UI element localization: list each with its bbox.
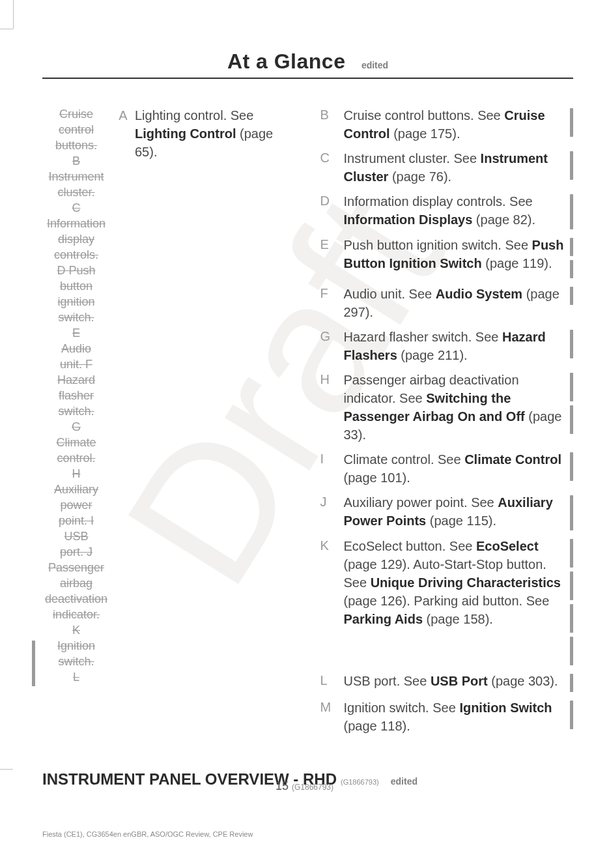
change-bar-group <box>565 192 573 229</box>
deleted-line: indicator. <box>37 607 115 622</box>
left-column: Cruisecontrolbuttons.BInstrumentcluster.… <box>42 106 296 742</box>
change-bar-group <box>565 450 573 481</box>
list-item: JAuxiliary power point. See Auxiliary Po… <box>320 493 574 530</box>
change-bar <box>570 571 573 600</box>
list-text: Cruise control buttons. See Cruise Contr… <box>344 106 566 143</box>
page-title: At a Glance <box>227 50 346 73</box>
list-text: EcoSelect button. See EcoSelect (page 12… <box>344 537 566 628</box>
list-label: B <box>320 106 344 123</box>
deleted-line: cluster. <box>37 184 115 200</box>
list-item: MIgnition switch. See Ignition Switch (p… <box>320 699 574 735</box>
list-item: IClimate control. See Climate Control (p… <box>320 450 574 487</box>
change-bar <box>570 287 573 305</box>
list-text: Instrument cluster. See Instrument Clust… <box>344 149 566 186</box>
change-bar <box>570 151 573 180</box>
header-rule <box>42 78 573 79</box>
deleted-line: flasher <box>37 388 115 403</box>
edited-badge: edited <box>361 60 388 70</box>
list-label: E <box>320 236 344 252</box>
list-text: Push button ignition switch. See Push Bu… <box>344 236 566 272</box>
deleted-line: C <box>37 200 115 216</box>
change-bar-group <box>565 537 573 665</box>
deleted-line: E <box>37 325 115 341</box>
list-text: Auxiliary power point. See Auxiliary Pow… <box>344 493 566 530</box>
list-label: J <box>320 493 344 510</box>
list-item: HPassenger airbag deactivation indicator… <box>320 371 574 444</box>
deleted-line: Climate <box>37 435 115 450</box>
change-bar-group <box>565 236 573 278</box>
list-text: Climate control. See Climate Control (pa… <box>344 450 566 487</box>
list-item: DInformation display controls. See Infor… <box>320 192 574 229</box>
deleted-line: buttons. <box>37 137 115 153</box>
deleted-line: power <box>37 497 115 513</box>
change-bar <box>570 604 573 633</box>
list-label: K <box>320 537 344 553</box>
change-bar <box>570 108 573 137</box>
change-bar <box>570 495 573 530</box>
deleted-line: Cruise <box>37 106 115 122</box>
footer-meta: Fiesta (CE1), CG3654en enGBR, ASO/OGC Re… <box>42 830 253 838</box>
deleted-line: Hazard <box>37 372 115 388</box>
change-bar-group <box>565 672 573 692</box>
list-label: I <box>320 450 344 467</box>
deleted-line: ignition <box>37 294 115 310</box>
change-bar <box>570 674 573 692</box>
list-label: L <box>320 672 344 688</box>
list-item: CInstrument cluster. See Instrument Clus… <box>320 149 574 186</box>
list-label: M <box>320 699 344 715</box>
page-header: At a Glance edited <box>42 0 573 79</box>
list-item: KEcoSelect button. See EcoSelect (page 1… <box>320 537 574 665</box>
deleted-line: switch. <box>37 654 115 669</box>
deleted-line: button <box>37 278 115 294</box>
change-bar <box>570 405 573 434</box>
deleted-line: B <box>37 153 115 169</box>
deleted-line: Information <box>37 216 115 231</box>
deleted-line: Audio <box>37 341 115 356</box>
list-label: F <box>320 285 344 301</box>
list-text: Lighting control. See Lighting Control (… <box>135 106 296 161</box>
deleted-line: Auxiliary <box>37 482 115 497</box>
deleted-line: Ignition <box>37 638 115 654</box>
deleted-line: USB <box>37 528 115 544</box>
list-item: EPush button ignition switch. See Push B… <box>320 236 574 278</box>
list-item: LUSB port. See USB Port (page 303). <box>320 672 574 692</box>
list-item: BCruise control buttons. See Cruise Cont… <box>320 106 574 143</box>
list-text: Passenger airbag deactivation indicator.… <box>344 371 566 444</box>
deleted-line: switch. <box>37 310 115 325</box>
deleted-line: airbag <box>37 575 115 591</box>
change-bar-group <box>565 149 573 180</box>
change-bar-group <box>565 285 573 305</box>
list-text: Information display controls. See Inform… <box>344 192 566 229</box>
deleted-line: G <box>37 419 115 435</box>
change-bar <box>570 452 573 481</box>
deleted-line: point. I <box>37 513 115 528</box>
change-bar <box>570 373 573 401</box>
list-text: USB port. See USB Port (page 303). <box>344 672 566 690</box>
deleted-line: Passenger <box>37 560 115 575</box>
change-bar <box>570 539 573 568</box>
list-text: Audio unit. See Audio System (page 297). <box>344 285 566 321</box>
change-bar <box>570 701 573 729</box>
deleted-line: deactivation <box>37 591 115 607</box>
change-bar <box>32 641 35 686</box>
change-bar <box>570 194 573 229</box>
change-bar-group <box>565 699 573 729</box>
list-label: G <box>320 328 344 344</box>
list-label: H <box>320 371 344 387</box>
deleted-line: controls. <box>37 247 115 263</box>
change-bar-group <box>565 328 573 358</box>
list-text: Hazard flasher switch. See Hazard Flashe… <box>344 328 566 364</box>
deleted-line: unit. F <box>37 356 115 372</box>
change-bar <box>570 260 573 278</box>
list-label: C <box>320 149 344 166</box>
list-item: FAudio unit. See Audio System (page 297)… <box>320 285 574 321</box>
change-bar-group <box>565 106 573 137</box>
right-column: BCruise control buttons. See Cruise Cont… <box>320 106 574 742</box>
deleted-line: Instrument <box>37 169 115 184</box>
change-bar <box>570 330 573 358</box>
change-bar-group <box>565 371 573 434</box>
deleted-line: switch. <box>37 403 115 419</box>
deleted-line: D Push <box>37 263 115 278</box>
change-bar <box>570 238 573 256</box>
deleted-line: H <box>37 466 115 482</box>
